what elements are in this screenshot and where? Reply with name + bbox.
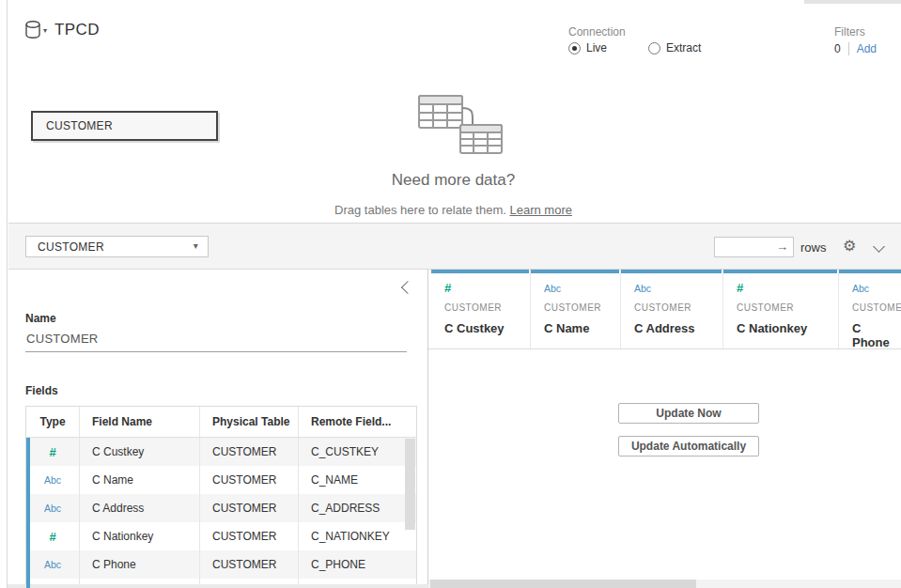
field-name-cell: C Custkey <box>79 438 199 466</box>
grid-column-c-custkey[interactable]: # CUSTOMER C Custkey <box>431 270 529 348</box>
physical-table-cell: CUSTOMER <box>199 550 298 579</box>
string-type-icon: Abc <box>544 279 619 297</box>
grid-column-c-nationkey[interactable]: # CUSTOMER C Nationkey <box>723 270 837 348</box>
empty-state-title: Need more data? <box>310 171 597 190</box>
grid-column-table: CUSTOMER <box>737 302 837 313</box>
remote-field-cell: C_NAME <box>298 466 416 494</box>
number-type-icon: # <box>26 522 79 550</box>
filters-label: Filters <box>834 25 865 39</box>
grid-header-border <box>428 348 901 349</box>
radio-extract-label: Extract <box>666 41 701 54</box>
physical-table-cell: CUSTOMER <box>199 522 298 550</box>
rows-apply-arrow-icon[interactable]: → <box>776 240 788 254</box>
empty-state-subtitle: Drag tables here to relate them. Learn m… <box>244 203 662 217</box>
radio-extract[interactable]: Extract <box>648 41 701 54</box>
string-type-icon: Abc <box>26 466 79 494</box>
field-name-cell: C Phone <box>79 550 199 579</box>
filters-add-link[interactable]: Add <box>857 42 877 55</box>
grid-column-table: CUSTOMER <box>852 302 901 313</box>
field-name-cell: C Nationkey <box>79 522 199 550</box>
window-edge <box>804 0 901 4</box>
grid-column-table: CUSTOMER <box>634 302 722 313</box>
name-label: Name <box>25 312 56 325</box>
remote-field-cell: C_PHONE <box>298 550 416 579</box>
remote-field-cell: C_NATIONKEY <box>298 522 416 550</box>
grid-settings-gear-icon[interactable]: ⚙ <box>843 237 856 255</box>
grid-column-table: CUSTOMER <box>544 302 619 313</box>
update-automatically-button[interactable]: Update Automatically <box>618 436 759 456</box>
logical-table-customer[interactable]: CUSTOMER <box>31 111 218 141</box>
grid-column-c-name[interactable]: Abc CUSTOMER C Name <box>531 270 619 348</box>
fields-table-header: Type Field Name Physical Table Remote Fi… <box>26 407 416 438</box>
col-header-physical-table[interactable]: Physical Table <box>199 407 298 437</box>
grid-column-c-address[interactable]: Abc CUSTOMER C Address <box>621 270 722 348</box>
dropdown-caret-icon: ▾ <box>194 240 198 251</box>
bottom-edge-strip <box>0 584 428 588</box>
learn-more-link[interactable]: Learn more <box>509 203 571 217</box>
update-now-button[interactable]: Update Now <box>618 403 759 424</box>
number-type-icon: # <box>737 279 837 297</box>
radio-live[interactable]: Live <box>568 41 607 54</box>
tableau-datasource-page: ▾ TPCD Connection Live Extract Filters 0… <box>0 0 901 588</box>
grid-horizontal-scrollbar-thumb[interactable] <box>430 580 696 588</box>
empty-state-hint: Drag tables here to relate them. <box>334 203 509 217</box>
table-name-input[interactable] <box>25 328 407 352</box>
string-type-icon: Abc <box>634 279 722 297</box>
col-header-field-name[interactable]: Field Name <box>79 407 199 437</box>
grid-horizontal-scrollbar[interactable] <box>428 580 901 588</box>
table-select-value: CUSTOMER <box>38 240 104 254</box>
field-name-cell: C Name <box>79 466 199 494</box>
field-row-c-custkey[interactable]: # C Custkey CUSTOMER C_CUSTKEY <box>26 438 416 466</box>
database-menu-caret-icon[interactable]: ▾ <box>43 26 47 35</box>
grid-column-field: C Phone <box>852 321 901 349</box>
remote-field-cell: C_ADDRESS <box>298 494 416 522</box>
filters-divider <box>848 42 849 55</box>
string-type-icon: Abc <box>26 550 79 579</box>
relate-tables-illustration <box>402 89 505 158</box>
radio-live-icon[interactable] <box>568 42 581 54</box>
grid-column-table: CUSTOMER <box>444 302 529 313</box>
table-select-dropdown[interactable]: CUSTOMER ▾ <box>25 236 209 257</box>
grid-column-field: C Custkey <box>444 321 529 335</box>
remote-field-cell: C_CUSTKEY <box>298 438 416 466</box>
rows-label: rows <box>800 240 826 255</box>
grid-column-field: C Name <box>544 321 619 335</box>
fields-label: Fields <box>25 384 58 397</box>
field-row-c-name[interactable]: Abc C Name CUSTOMER C_NAME <box>26 466 416 494</box>
physical-table-cell: CUSTOMER <box>199 494 298 522</box>
connection-label: Connection <box>568 25 626 39</box>
panel-divider <box>427 270 428 588</box>
fields-table-scrollbar-thumb[interactable] <box>405 439 415 530</box>
filters-count: 0 <box>834 42 841 55</box>
database-icon[interactable] <box>24 20 43 40</box>
number-type-icon: # <box>26 438 79 466</box>
fields-table-selection-stripe <box>26 438 30 588</box>
filters-row: 0 Add <box>834 42 877 55</box>
grid-column-field: C Address <box>634 321 722 335</box>
radio-extract-icon[interactable] <box>648 42 660 54</box>
grid-column-field: C Nationkey <box>737 321 837 335</box>
col-header-remote-field[interactable]: Remote Field... <box>298 407 416 437</box>
col-header-type[interactable]: Type <box>26 407 79 437</box>
number-type-icon: # <box>444 279 529 297</box>
string-type-icon: Abc <box>26 494 79 522</box>
radio-live-label: Live <box>586 41 607 54</box>
physical-table-cell: CUSTOMER <box>199 466 298 494</box>
left-rail-divider <box>0 0 8 588</box>
field-row-c-nationkey[interactable]: # C Nationkey CUSTOMER C_NATIONKEY <box>26 522 416 550</box>
string-type-icon: Abc <box>852 279 901 297</box>
grid-column-c-phone[interactable]: Abc CUSTOMER C Phone <box>839 270 901 348</box>
field-row-c-phone[interactable]: Abc C Phone CUSTOMER C_PHONE <box>26 550 416 579</box>
datasource-title: TPCD <box>54 21 100 39</box>
panel-collapse-chevron-icon[interactable] <box>401 281 414 294</box>
physical-table-cell: CUSTOMER <box>199 438 298 466</box>
field-name-cell: C Address <box>79 494 199 522</box>
field-row-c-address[interactable]: Abc C Address CUSTOMER C_ADDRESS <box>26 494 416 522</box>
fields-table: Type Field Name Physical Table Remote Fi… <box>25 406 417 588</box>
